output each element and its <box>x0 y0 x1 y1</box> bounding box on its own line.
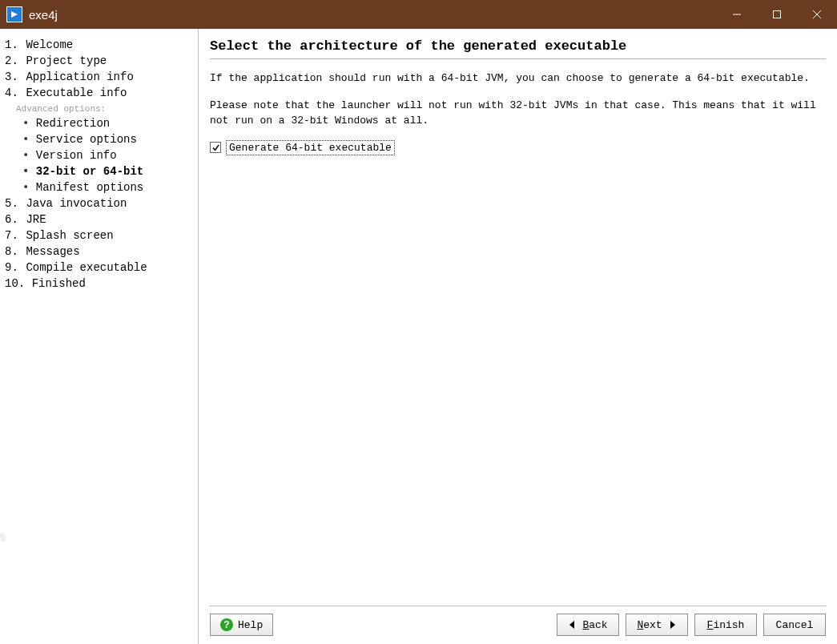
cancel-label: Cancel <box>776 619 814 631</box>
next-label: Next <box>637 619 662 631</box>
sidebar-item-label: Service options <box>36 133 137 146</box>
sidebar-item-number: 1. <box>5 38 19 51</box>
sidebar-item[interactable]: 9. Compile executable <box>5 260 193 276</box>
footer: ? Help Back Next Finish Cancel <box>210 606 826 636</box>
sidebar-item-number: 9. <box>5 261 19 274</box>
sidebar-item[interactable]: Version info <box>5 147 193 163</box>
generate-64bit-label[interactable]: Generate 64-bit executable <box>226 140 395 155</box>
sidebar-item-number: 7. <box>5 229 19 242</box>
sidebar-item[interactable]: 4. Executable info <box>5 85 193 101</box>
description-paragraph-1: If the application should run with a 64-… <box>210 70 826 87</box>
window-title: exe4j <box>29 8 717 22</box>
close-button[interactable] <box>797 0 837 29</box>
sidebar-item-label: Finished <box>32 277 86 290</box>
sidebar-item-number: 10. <box>5 277 25 290</box>
sidebar-item[interactable]: 8. Messages <box>5 244 193 260</box>
body: 1. Welcome2. Project type3. Application … <box>0 29 837 644</box>
minimize-button[interactable] <box>717 0 757 29</box>
svg-marker-6 <box>670 621 675 629</box>
sidebar-item-label: Executable info <box>26 87 127 99</box>
sidebar-item-number: 2. <box>5 54 19 67</box>
window-controls <box>717 0 837 29</box>
sidebar-item-label: Application info <box>26 70 133 83</box>
sidebar-item-label: Version info <box>36 149 117 162</box>
sidebar-item[interactable]: 6. JRE <box>5 211 193 227</box>
sidebar-item-number: 4. <box>5 87 19 99</box>
sidebar-item[interactable]: 1. Welcome <box>5 37 193 53</box>
next-button[interactable]: Next <box>626 614 688 636</box>
sidebar-item-label: Messages <box>26 245 79 258</box>
sidebar-item[interactable]: Redirection <box>5 115 193 131</box>
maximize-button[interactable] <box>757 0 797 29</box>
sidebar-item-label: JRE <box>26 213 46 226</box>
sidebar-list: 1. Welcome2. Project type3. Application … <box>5 37 193 292</box>
help-label: Help <box>238 619 263 631</box>
cancel-button[interactable]: Cancel <box>763 614 826 636</box>
main-panel: Select the architecture of the generated… <box>199 29 837 644</box>
sidebar-item-label: Redirection <box>36 117 110 130</box>
app-icon <box>6 6 22 22</box>
description-paragraph-2: Please note that the launcher will not r… <box>210 98 826 129</box>
finish-label: Finish <box>707 619 745 631</box>
svg-rect-2 <box>774 11 781 18</box>
sidebar-item-label: Project type <box>26 54 107 67</box>
finish-button[interactable]: Finish <box>694 614 757 636</box>
sidebar-watermark: exe4j <box>0 529 6 633</box>
sidebar-item-number: 8. <box>5 245 19 258</box>
help-icon: ? <box>220 618 233 631</box>
svg-marker-5 <box>569 621 574 629</box>
sidebar-item[interactable]: 5. Java invocation <box>5 195 193 211</box>
sidebar-item[interactable]: 32-bit or 64-bit <box>5 163 193 179</box>
sidebar-item[interactable]: 2. Project type <box>5 53 193 69</box>
sidebar-item-number: 6. <box>5 213 19 226</box>
sidebar: 1. Welcome2. Project type3. Application … <box>0 29 199 644</box>
svg-marker-0 <box>11 11 18 18</box>
generate-64bit-checkbox[interactable] <box>210 142 221 153</box>
back-button[interactable]: Back <box>557 614 619 636</box>
sidebar-item[interactable]: 7. Splash screen <box>5 227 193 244</box>
sidebar-item-number: 5. <box>5 197 19 210</box>
page-title: Select the architecture of the generated… <box>210 38 826 59</box>
main-content: Select the architecture of the generated… <box>210 38 826 606</box>
checkmark-icon <box>211 143 220 152</box>
arrow-left-icon <box>568 620 577 630</box>
back-label: Back <box>582 619 607 631</box>
sidebar-item[interactable]: 3. Application info <box>5 69 193 85</box>
help-button[interactable]: ? Help <box>210 614 273 636</box>
generate-64bit-row: Generate 64-bit executable <box>210 140 826 155</box>
sidebar-item-label: Java invocation <box>26 197 127 210</box>
sidebar-item-label: Splash screen <box>26 229 113 242</box>
sidebar-item-label: Manifest options <box>36 181 143 194</box>
sidebar-item-number: 3. <box>5 70 19 83</box>
sidebar-item-label: Compile executable <box>26 261 147 274</box>
arrow-right-icon <box>667 620 677 630</box>
sidebar-item-label: 32-bit or 64-bit <box>36 165 143 178</box>
sidebar-item[interactable]: Service options <box>5 131 193 147</box>
sidebar-item[interactable]: Manifest options <box>5 179 193 195</box>
titlebar: exe4j <box>0 0 837 29</box>
sidebar-item-label: Welcome <box>26 38 73 51</box>
sidebar-item[interactable]: 10. Finished <box>5 276 193 292</box>
sidebar-advanced-header: Advanced options: <box>5 101 193 115</box>
